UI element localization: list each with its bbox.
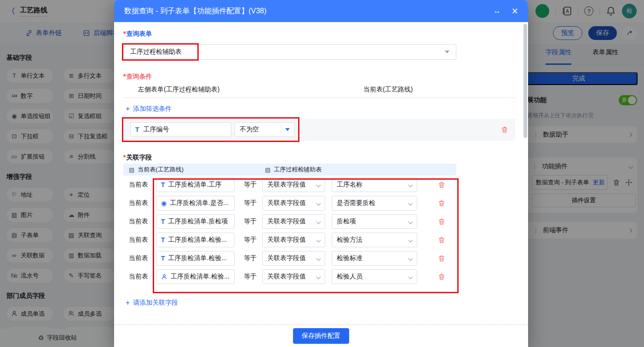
- current-table-header: ▤ 当前表(工艺路线): [123, 165, 265, 174]
- equals-label: 等于: [244, 273, 257, 281]
- value-type-select[interactable]: 关联表字段值: [262, 177, 325, 192]
- delete-row-icon[interactable]: [438, 181, 445, 188]
- chevron-down-icon: [316, 256, 321, 261]
- add-filter-link[interactable]: 添加筛选条件: [126, 105, 172, 113]
- filter-field-input[interactable]: T 工序编号: [130, 122, 231, 137]
- add-relation-label: 请添加关联字段: [133, 299, 178, 307]
- target-field-value: 检验方法: [337, 236, 362, 244]
- label-text: 关联字段: [126, 154, 152, 161]
- row-prefix: 当前表: [123, 217, 156, 226]
- query-form-select[interactable]: 工序过程检辅助表: [123, 44, 456, 60]
- modal-scrollbar-thumb[interactable]: [523, 24, 527, 138]
- single-text-icon: T: [161, 218, 165, 225]
- header-text: 当前表(工艺路线): [138, 165, 184, 174]
- query-condition-label: *查询条件: [123, 73, 152, 81]
- radio-group-icon: ◉: [161, 199, 167, 207]
- header-text: 工序过程检辅助表: [274, 165, 322, 174]
- modal-body: *查询表单 工序过程检辅助表 *查询条件 左侧表单(工序过程检辅助表) 当前表(…: [114, 22, 528, 347]
- filter-operator-select[interactable]: 不为空: [235, 122, 295, 137]
- value-type-select[interactable]: 关联表字段值: [262, 214, 325, 229]
- delete-row-icon[interactable]: [438, 199, 445, 207]
- required-mark: *: [123, 73, 126, 80]
- relation-table-header: ▤ 当前表(工艺路线) ▤ 工序过程检辅助表: [123, 164, 456, 176]
- filter-condition-row: T 工序编号 不为空: [123, 119, 515, 141]
- value-type-select[interactable]: 关联表字段值: [262, 269, 325, 284]
- equals-label: 等于: [244, 236, 257, 244]
- equals-label: 等于: [244, 199, 257, 207]
- chevron-down-icon: [408, 238, 413, 242]
- chevron-down-icon: [316, 219, 321, 224]
- chevron-down-icon: [316, 274, 321, 279]
- delete-row-icon[interactable]: [438, 236, 445, 244]
- source-field-input[interactable]: T工序质检清单.检验...: [156, 233, 235, 247]
- modal-header-icons: ↔ ×: [494, 6, 518, 17]
- delete-filter-icon[interactable]: [501, 126, 508, 133]
- chevron-down-icon: [408, 256, 413, 261]
- single-text-icon: T: [161, 236, 165, 244]
- plus-icon: [126, 299, 130, 307]
- plus-icon: [126, 105, 130, 113]
- source-field-value: 工序质检清单.质检项: [168, 217, 228, 226]
- footer-divider: [114, 324, 528, 325]
- source-field-input[interactable]: ◉工序质检清单.是否...: [156, 196, 235, 210]
- value-type-select[interactable]: 关联表字段值: [262, 233, 325, 247]
- table-icon: ▤: [265, 166, 270, 173]
- row-prefix: 当前表: [123, 236, 156, 244]
- delete-row-icon[interactable]: [438, 218, 445, 225]
- relation-row: 当前表 工序质检清单.检验... 等于 关联表字段值 检验人员: [123, 267, 456, 286]
- value-type: 关联表字段值: [267, 199, 306, 207]
- close-icon[interactable]: ×: [512, 6, 518, 17]
- value-type-select[interactable]: 关联表字段值: [262, 196, 325, 210]
- chevron-down-icon: [316, 238, 321, 242]
- table-icon: ▤: [129, 166, 134, 173]
- value-type-select[interactable]: 关联表字段值: [262, 251, 325, 266]
- delete-row-icon[interactable]: [438, 273, 445, 280]
- row-prefix: 当前表: [123, 199, 156, 207]
- source-field-input[interactable]: T工序质检清单.质检项: [156, 214, 235, 229]
- source-field-input[interactable]: 工序质检清单.检验...: [156, 269, 235, 284]
- target-field-select[interactable]: 工序名称: [332, 177, 417, 192]
- chevron-down-icon: [316, 182, 321, 187]
- value-type: 关联表字段值: [267, 236, 306, 244]
- value-type: 关联表字段值: [267, 273, 306, 281]
- chevron-down-icon: [408, 274, 413, 279]
- target-field-select[interactable]: 质检项: [332, 214, 417, 229]
- relation-row: 当前表 T工序质检清单.质检项 等于 关联表字段值 质检项: [123, 212, 456, 231]
- relation-row: 当前表 T工序质检清单.检验... 等于 关联表字段值 检验标准: [123, 249, 456, 267]
- chevron-down-icon: [408, 201, 413, 205]
- relation-row: 当前表 T工序质检清单.工序 等于 关联表字段值 工序名称: [123, 176, 456, 194]
- modal-title: 数据查询 - 到子表单【功能插件配置】(V38): [124, 6, 266, 16]
- source-field-value: 工序质检清单.检验...: [168, 254, 227, 262]
- equals-label: 等于: [244, 217, 257, 226]
- value-type: 关联表字段值: [267, 181, 306, 189]
- target-field-select[interactable]: 检验标准: [332, 251, 417, 266]
- add-filter-label: 添加筛选条件: [133, 105, 172, 113]
- target-field-select[interactable]: 是否需要质检: [332, 196, 417, 210]
- add-relation-link[interactable]: 请添加关联字段: [126, 299, 178, 307]
- filter-field-value: 工序编号: [144, 125, 169, 134]
- equals-label: 等于: [244, 254, 257, 262]
- app-page: 〈 工艺路线 ? 检 表单外链 后端脚本 预览 保存 基础字段: [0, 0, 644, 347]
- target-field-value: 工序名称: [337, 181, 362, 189]
- source-field-input[interactable]: T工序质检清单.工序: [156, 177, 235, 192]
- relation-fields-label: *关联字段: [123, 154, 152, 162]
- target-field-select[interactable]: 检验人员: [332, 269, 417, 284]
- source-field-value: 工序质检清单.检验...: [171, 273, 230, 281]
- single-text-icon: T: [161, 255, 165, 262]
- filter-operator-value: 不为空: [240, 125, 259, 134]
- delete-row-icon[interactable]: [438, 255, 445, 262]
- value-type: 关联表字段值: [267, 217, 306, 226]
- equals-label: 等于: [244, 181, 257, 189]
- source-field-input[interactable]: T工序质检清单.检验...: [156, 251, 235, 266]
- save-plugin-config-button[interactable]: 保存插件配置: [293, 328, 349, 344]
- left-form-header: 左侧表单(工序过程检辅助表): [138, 85, 219, 94]
- target-field-select[interactable]: 检验方法: [332, 233, 417, 247]
- query-form-label: *查询表单: [123, 30, 152, 38]
- expand-icon[interactable]: ↔: [494, 7, 501, 15]
- modal-header: 数据查询 - 到子表单【功能插件配置】(V38) ↔ ×: [114, 0, 528, 22]
- label-text: 查询条件: [126, 73, 152, 80]
- caret-down-icon: [445, 51, 449, 53]
- single-text-icon: T: [161, 181, 165, 188]
- member-icon: [161, 273, 167, 280]
- chevron-down-icon: [408, 219, 413, 224]
